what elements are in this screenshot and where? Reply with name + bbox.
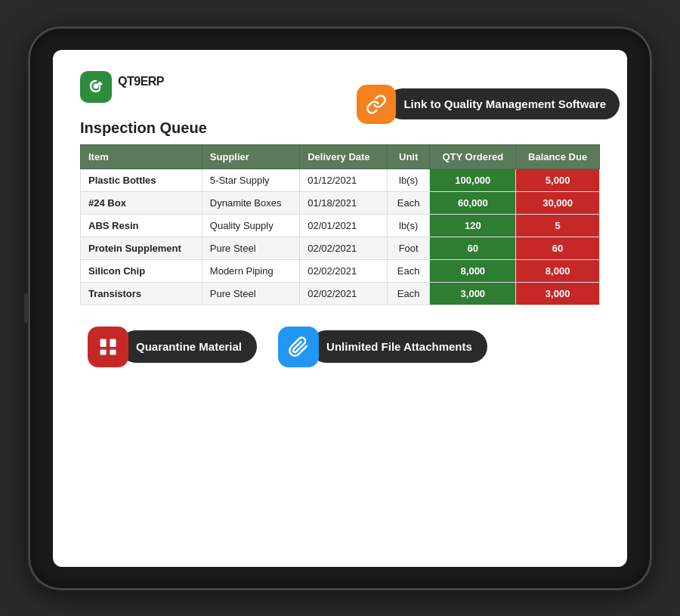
cell-unit: lb(s) <box>387 214 430 237</box>
cell-item: Protein Supplement <box>81 237 202 259</box>
table-row: Protein Supplement Pure Steel 02/02/2021… <box>81 237 600 259</box>
logo-text: QT9ERP <box>118 75 164 98</box>
inspection-table: Item Supplier Delivery Date Unit QTY Ord… <box>80 144 600 305</box>
cell-unit: lb(s) <box>387 169 430 191</box>
cell-unit: Each <box>387 282 430 305</box>
cell-balance: 5 <box>516 214 600 237</box>
attachments-icon <box>278 327 319 367</box>
svg-rect-4 <box>100 349 107 354</box>
cell-delivery: 01/18/2021 <box>300 191 388 214</box>
tablet-screen: QT9ERP Link to Quality Management Softwa… <box>53 50 627 567</box>
cell-balance: 3,000 <box>516 282 600 305</box>
cell-item: ABS Resin <box>81 214 202 237</box>
cell-qty: 120 <box>430 214 516 237</box>
svg-rect-3 <box>110 339 116 347</box>
link-icon-bubble <box>357 85 396 124</box>
cell-qty: 60 <box>430 237 516 259</box>
cell-item: Plastic Bottles <box>81 169 202 191</box>
cell-supplier: Dynamite Boxes <box>202 191 299 214</box>
col-header-unit: Unit <box>387 144 430 169</box>
table-row: Transistors Pure Steel 02/02/2021 Each 3… <box>81 282 600 305</box>
cell-item: Silicon Chip <box>81 259 202 282</box>
table-row: #24 Box Dynamite Boxes 01/18/2021 Each 6… <box>81 191 600 214</box>
tablet-device: QT9ERP Link to Quality Management Softwa… <box>30 29 650 588</box>
cell-delivery: 01/12/2021 <box>300 169 388 191</box>
attachments-label: Unlimited File Attachments <box>310 330 487 363</box>
cell-delivery: 02/01/2021 <box>300 214 388 237</box>
col-header-balance: Balance Due <box>516 144 600 169</box>
cell-supplier: Quality Supply <box>202 214 299 237</box>
col-header-delivery: Delivery Date <box>300 144 388 169</box>
cell-supplier: Pure Steel <box>202 237 299 259</box>
cell-item: #24 Box <box>81 191 202 214</box>
cell-qty: 3,000 <box>430 282 516 305</box>
cell-qty: 8,000 <box>430 259 516 282</box>
cell-supplier: Modern Piping <box>202 259 299 282</box>
link-tooltip-label: Link to Quality Management Software <box>387 88 620 119</box>
svg-rect-5 <box>110 349 116 354</box>
cell-item: Transistors <box>81 282 202 305</box>
cell-balance: 8,000 <box>516 259 600 282</box>
table-header-row: Item Supplier Delivery Date Unit QTY Ord… <box>81 144 600 169</box>
link-tooltip: Link to Quality Management Software <box>357 85 620 124</box>
table-row: Silicon Chip Modern Piping 02/02/2021 Ea… <box>81 259 600 282</box>
cell-unit: Foot <box>387 237 430 259</box>
cell-delivery: 02/02/2021 <box>300 282 388 305</box>
quarantine-label: Quarantine Material <box>119 330 257 363</box>
quarantine-icon <box>88 327 128 367</box>
bottom-buttons-area: Quarantine Material Unlimited File Attac… <box>80 327 600 367</box>
col-header-qty: QTY Ordered <box>430 144 516 169</box>
cell-balance: 30,000 <box>516 191 600 214</box>
col-header-supplier: Supplier <box>202 144 299 169</box>
cell-unit: Each <box>387 191 430 214</box>
cell-delivery: 02/02/2021 <box>300 259 388 282</box>
logo-icon <box>80 71 112 103</box>
cell-unit: Each <box>387 259 430 282</box>
cell-supplier: Pure Steel <box>202 282 299 305</box>
cell-supplier: 5-Star Supply <box>202 169 299 191</box>
table-row: Plastic Bottles 5-Star Supply 01/12/2021… <box>81 169 600 191</box>
cell-delivery: 02/02/2021 <box>300 237 388 259</box>
cell-qty: 60,000 <box>430 191 516 214</box>
cell-qty: 100,000 <box>430 169 516 191</box>
cell-balance: 60 <box>516 237 600 259</box>
quarantine-button[interactable]: Quarantine Material <box>88 327 257 367</box>
attachments-button[interactable]: Unlimited File Attachments <box>278 327 487 367</box>
table-row: ABS Resin Quality Supply 02/01/2021 lb(s… <box>81 214 600 237</box>
cell-balance: 5,000 <box>516 169 600 191</box>
col-header-item: Item <box>81 144 202 169</box>
svg-rect-2 <box>100 339 107 347</box>
